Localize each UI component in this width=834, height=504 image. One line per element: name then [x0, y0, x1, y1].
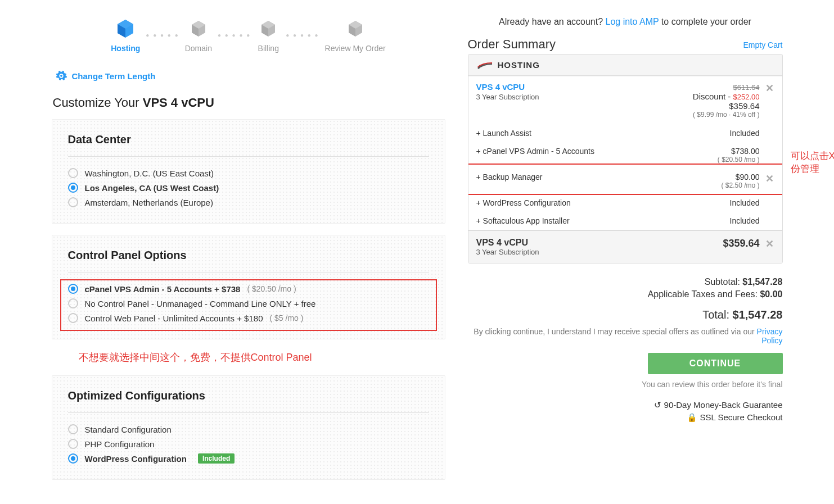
step-review[interactable]: Review My Order [325, 17, 386, 53]
radio-icon [68, 183, 78, 193]
radio-icon [68, 453, 78, 464]
panel-title: Data Center [68, 133, 429, 146]
radio-label: WordPress Configuration [85, 454, 187, 464]
step-billing[interactable]: Billing [256, 17, 280, 53]
annotation-text: 不想要就选择中间这个，免费，不提供Control Panel [79, 351, 445, 364]
radio-label: Los Angeles, CA (US West Coast) [85, 183, 219, 193]
radio-label: Standard Configuration [85, 425, 172, 434]
panel-title: Optimized Configurations [68, 389, 429, 402]
radio-label: PHP Configuration [85, 439, 155, 449]
product-price: $359.64 [693, 101, 760, 111]
remove-product-button[interactable]: ✕ [765, 82, 774, 94]
brand-swoosh-icon [476, 61, 493, 69]
order-product-row: VPS 4 vCPU 3 Year Subscription $611.64 D… [468, 76, 782, 124]
totals: Subtotal: $1,547.28 Applicable Taxes and… [468, 277, 783, 321]
cube-icon [256, 17, 280, 40]
remove-order-button[interactable]: ✕ [765, 238, 774, 250]
change-term-link[interactable]: Change Term Length [55, 70, 445, 82]
order-addon-row: + cPanel VPS Admin - 5 Accounts$738.00( … [468, 142, 782, 168]
order-summary-title: Order Summary [468, 37, 783, 52]
login-link[interactable]: Log into AMP [606, 17, 659, 26]
step-separator: ● ● ● ● ● [286, 32, 319, 38]
order-subtotal-row: VPS 4 vCPU 3 Year Subscription $359.64 ✕ [468, 230, 782, 263]
radio-label: No Control Panel - Unmanaged - Command L… [85, 299, 316, 308]
annotation-text: 可以点击X去掉备份管理 [791, 149, 835, 175]
order-addon-row: + WordPress ConfigurationIncluded [468, 194, 782, 212]
continue-button[interactable]: CONTINUE [648, 353, 783, 374]
disclaimer: By clicking continue, I understand I may… [468, 327, 783, 345]
empty-cart-link[interactable]: Empty Cart [743, 40, 782, 49]
remove-addon-button[interactable]: ✕ [765, 172, 774, 185]
radio-label: Amsterdam, Netherlands (Europe) [85, 198, 213, 207]
control-panel-option[interactable]: Control Web Panel - Unlimited Accounts +… [68, 311, 429, 325]
radio-label: Control Web Panel - Unlimited Accounts +… [85, 314, 263, 323]
guarantees: ↺ 90-Day Money-Back Guarantee 🔒 SSL Secu… [468, 400, 783, 423]
lock-icon: 🔒 [687, 412, 700, 422]
privacy-policy-link[interactable]: Privacy Policy [757, 327, 783, 345]
step-hosting[interactable]: Hosting [111, 17, 140, 53]
order-addon-row: + Backup Manager$90.00( $2.50 /mo )✕ [468, 168, 782, 194]
radio-icon [68, 298, 78, 308]
optimized-option[interactable]: WordPress ConfigurationIncluded [68, 451, 429, 466]
included-badge: Included [198, 453, 235, 464]
order-category-header: HOSTING [468, 55, 782, 76]
step-domain[interactable]: Domain [185, 17, 212, 53]
customize-heading: Customize Your VPS 4 vCPU [53, 96, 445, 110]
step-separator: ● ● ● ● ● [146, 32, 179, 38]
data-center-option[interactable]: Los Angeles, CA (US West Coast) [68, 180, 429, 195]
data-center-panel: Data Center Washington, D.C. (US East Co… [52, 119, 445, 224]
change-term-label: Change Term Length [72, 71, 156, 81]
order-addon-row: + Launch AssistIncluded [468, 124, 782, 142]
optimized-panel: Optimized Configurations Standard Config… [52, 375, 445, 480]
radio-icon [68, 424, 78, 434]
step-separator: ● ● ● ● ● [218, 32, 251, 38]
product-name[interactable]: VPS 4 vCPU [476, 82, 693, 92]
data-center-option[interactable]: Amsterdam, Netherlands (Europe) [68, 195, 429, 210]
refresh-icon: ↺ [654, 400, 664, 410]
gear-icon [55, 70, 67, 82]
radio-label: cPanel VPS Admin - 5 Accounts + $738 [85, 284, 241, 294]
control-panel-panel: Control Panel Options cPanel VPS Admin -… [52, 235, 445, 339]
checkout-steps: Hosting ● ● ● ● ● Domain ● ● ● ● ● Billi… [52, 17, 445, 53]
control-panel-option[interactable]: No Control Panel - Unmanaged - Command L… [68, 296, 429, 311]
cube-icon [114, 17, 137, 40]
cube-icon [344, 17, 367, 40]
radio-icon [68, 197, 78, 207]
control-panel-option[interactable]: cPanel VPS Admin - 5 Accounts + $738 ( $… [68, 281, 429, 296]
account-note: Already have an account? Log into AMP to… [468, 17, 783, 27]
data-center-option[interactable]: Washington, D.C. (US East Coast) [68, 166, 429, 180]
review-note: You can review this order before it's fi… [468, 380, 783, 389]
product-term: 3 Year Subscription [476, 93, 693, 101]
panel-title: Control Panel Options [68, 249, 429, 262]
order-addon-row: + Softaculous App InstallerIncluded [468, 212, 782, 230]
optimized-option[interactable]: PHP Configuration [68, 437, 429, 451]
radio-icon [68, 284, 78, 294]
radio-label: Washington, D.C. (US East Coast) [85, 169, 214, 178]
order-summary-box: HOSTING VPS 4 vCPU 3 Year Subscription $… [468, 54, 783, 264]
cube-icon [187, 17, 210, 40]
radio-icon [68, 168, 78, 178]
optimized-option[interactable]: Standard Configuration [68, 422, 429, 437]
radio-icon [68, 313, 78, 323]
radio-icon [68, 439, 78, 449]
